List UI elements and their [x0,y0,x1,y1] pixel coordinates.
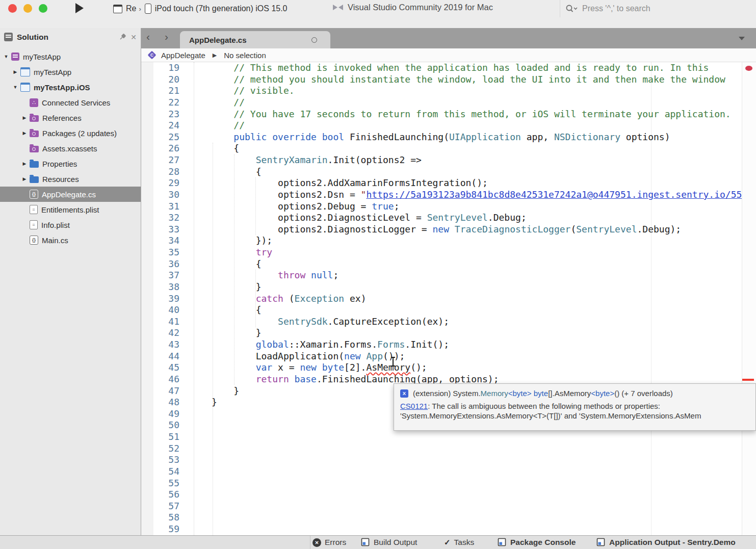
code-line-58[interactable]: 58 [141,512,756,524]
tree-item-resources[interactable]: ▶Resources [0,171,141,187]
code-line-39[interactable]: 39 catch (Exception ex) [141,293,756,305]
line-number[interactable]: 54 [141,466,179,478]
breadcrumb-selection[interactable]: No selection [224,51,266,60]
line-number[interactable]: 50 [141,420,179,431]
code-line-52[interactable]: 52 [141,443,756,455]
close-window-button[interactable] [8,4,17,13]
line-number[interactable]: 43 [141,339,179,351]
line-number[interactable]: 55 [141,478,179,489]
code-line-37[interactable]: 37 throw null; [141,270,756,281]
line-number[interactable]: 41 [141,316,179,328]
line-number[interactable]: 57 [141,501,179,512]
minimize-window-button[interactable] [23,4,32,13]
tab-list-caret-icon[interactable] [739,37,745,40]
code-line-29[interactable]: 29 options2.AddXamarinFormsIntegration()… [141,177,756,189]
line-number[interactable]: 19 [141,62,179,74]
breadcrumb-class[interactable]: AppDelegate [161,51,205,60]
code-line-51[interactable]: 51 [141,431,756,443]
application-output-panel-button[interactable]: Application Output - Sentry.Demo [596,536,736,549]
line-number[interactable]: 29 [141,177,179,189]
errors-panel-button[interactable]: ✕ Errors [312,536,346,549]
tree-item-entitlements-plist[interactable]: ≡Entitlements.plist [0,202,141,217]
code-line-32[interactable]: 32 options2.DiagnosticLevel = SentryLeve… [141,212,756,224]
tree-item-assets-xcassets[interactable]: Assets.xcassets [0,141,141,156]
line-number[interactable]: 34 [141,235,179,247]
line-number[interactable]: 37 [141,270,179,281]
code-line-31[interactable]: 31 options2.Debug = true; [141,201,756,213]
tree-item-info-plist[interactable]: ≡Info.plist [0,217,141,232]
device-selector[interactable]: Re › iPod touch (7th generation) iOS 15.… [113,2,288,16]
line-number[interactable]: 46 [141,374,179,385]
line-number[interactable]: 47 [141,385,179,397]
line-number[interactable]: 26 [141,143,179,154]
code-line-28[interactable]: 28 { [141,166,756,178]
global-search-field[interactable]: Press '^,' to search [560,0,756,17]
code-line-41[interactable]: 41 SentrySdk.CaptureException(ex); [141,316,756,328]
code-line-40[interactable]: 40 { [141,304,756,316]
line-number[interactable]: 31 [141,201,179,213]
line-number[interactable]: 21 [141,85,179,97]
line-number[interactable]: 20 [141,74,179,86]
code-line-44[interactable]: 44 LoadApplication(new App()); [141,351,756,362]
tree-item-mytestapp-ios[interactable]: ▼myTestApp.iOS [0,80,141,95]
tree-item-references[interactable]: ▶References [0,110,141,125]
code-line-34[interactable]: 34 }); [141,235,756,247]
chevron-right-icon[interactable]: ▶ [20,161,29,166]
line-number[interactable]: 32 [141,212,179,224]
code-line-53[interactable]: 53 [141,454,756,466]
line-number[interactable]: 33 [141,224,179,236]
code-line-55[interactable]: 55 [141,478,756,489]
line-number[interactable]: 53 [141,454,179,466]
code-line-56[interactable]: 56 [141,489,756,501]
tree-item-packages-2-updates-[interactable]: ▶Packages (2 updates) [0,125,141,141]
tab-appdelegate[interactable]: AppDelegate.cs [180,31,330,48]
line-number[interactable]: 28 [141,166,179,178]
tree-item-mytestapp[interactable]: ▼myTestApp [0,49,141,64]
line-number[interactable]: 39 [141,293,179,305]
line-number[interactable]: 36 [141,258,179,270]
code-line-33[interactable]: 33 options2.DiagnosticLogger = new Trace… [141,224,756,236]
line-number[interactable]: 23 [141,109,179,120]
code-line-38[interactable]: 38 } [141,281,756,293]
line-number[interactable]: 40 [141,304,179,316]
tree-item-main-cs[interactable]: {}Main.cs [0,232,141,248]
line-number[interactable]: 58 [141,512,179,524]
line-number[interactable]: 27 [141,154,179,166]
build-output-panel-button[interactable]: Build Output [361,536,417,549]
error-code-link[interactable]: CS0121 [400,402,428,410]
chevron-down-icon[interactable]: ▼ [2,54,10,59]
navigate-back-icon[interactable]: ‹ [146,31,150,43]
pin-icon[interactable] [119,33,126,41]
line-number[interactable]: 38 [141,281,179,293]
line-number[interactable]: 24 [141,120,179,132]
code-line-24[interactable]: 24 // [141,120,756,132]
line-number[interactable]: 30 [141,189,179,201]
tree-item-properties[interactable]: ▶Properties [0,156,141,171]
code-line-36[interactable]: 36 { [141,258,756,270]
close-pad-icon[interactable]: ✕ [131,33,137,41]
line-number[interactable]: 35 [141,247,179,258]
tasks-panel-button[interactable]: ✓ Tasks [444,536,474,549]
tree-item-connected-services[interactable]: ∴Connected Services [0,95,141,110]
tree-item-appdelegate-cs[interactable]: {}AppDelegate.cs [0,187,141,202]
chevron-right-icon[interactable]: ▶ [11,69,19,74]
code-line-59[interactable]: 59 [141,524,756,535]
code-line-57[interactable]: 57 [141,501,756,512]
line-number[interactable]: 44 [141,351,179,362]
line-number[interactable]: 22 [141,97,179,109]
code-line-54[interactable]: 54 [141,466,756,478]
code-line-35[interactable]: 35 try [141,247,756,258]
code-line-42[interactable]: 42 } [141,327,756,339]
error-indicator-icon[interactable] [745,66,752,71]
line-number[interactable]: 56 [141,489,179,501]
code-line-26[interactable]: 26 { [141,143,756,154]
line-number[interactable]: 42 [141,327,179,339]
code-line-20[interactable]: 20 // method you should instantiate the … [141,74,756,86]
code-line-27[interactable]: 27 SentryXamarin.Init(options2 => [141,154,756,166]
chevron-down-icon[interactable]: ▼ [11,85,19,90]
line-number[interactable]: 45 [141,362,179,374]
chevron-right-icon[interactable]: ▶ [20,176,29,181]
code-line-22[interactable]: 22 // [141,97,756,109]
line-number[interactable]: 52 [141,443,179,455]
tree-item-mytestapp[interactable]: ▶myTestApp [0,64,141,80]
